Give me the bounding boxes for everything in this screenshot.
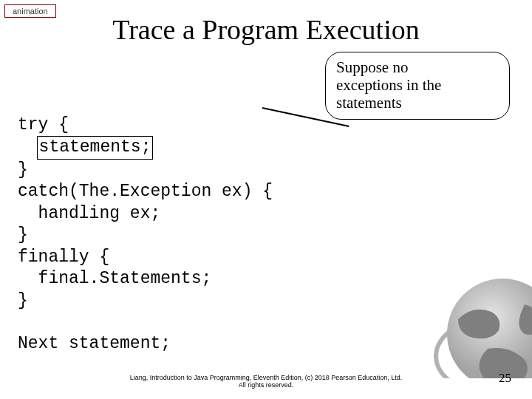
code-line: Next statement; xyxy=(18,334,171,353)
footer-line: Liang, Introduction to Java Programming,… xyxy=(0,374,532,381)
callout-box: Suppose no exceptions in the statements xyxy=(325,52,510,120)
code-line: } xyxy=(18,291,28,310)
code-block: try { statements; } catch(The.Exception … xyxy=(18,115,273,355)
code-line: catch(The.Exception ex) { xyxy=(18,182,273,201)
page-title: Trace a Program Execution xyxy=(0,13,532,46)
code-line: final.Statements; xyxy=(18,269,211,288)
code-line: handling ex; xyxy=(18,204,160,223)
footer-line: All rights reserved. xyxy=(0,381,532,389)
callout-text-line: statements xyxy=(336,94,499,112)
globe-icon xyxy=(414,260,532,378)
code-indent xyxy=(18,137,38,157)
code-line: } xyxy=(18,160,28,180)
code-line: } xyxy=(18,225,28,245)
page-number: 25 xyxy=(499,371,511,386)
footer-credit: Liang, Introduction to Java Programming,… xyxy=(0,374,532,389)
code-line: try { xyxy=(18,115,69,134)
callout-text-line: Suppose no xyxy=(336,58,499,76)
slide: animation Trace a Program Execution Supp… xyxy=(0,0,532,399)
code-line: finally { xyxy=(18,248,109,267)
highlighted-statement: statements; xyxy=(37,136,154,159)
callout-text-line: exceptions in the xyxy=(336,76,499,94)
